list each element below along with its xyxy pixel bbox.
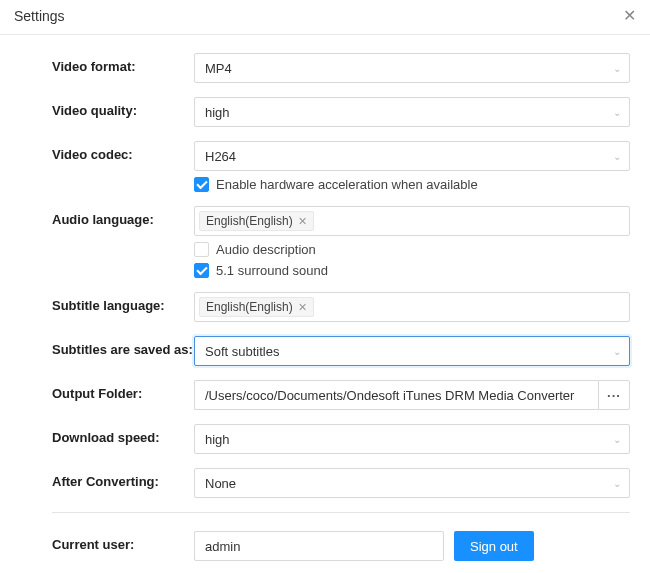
subtitle-language-tag: English(English) ✕ [199, 297, 314, 317]
audio-language-label: Audio language: [52, 206, 194, 227]
video-codec-label: Video codec: [52, 141, 194, 162]
hardware-accel-checkbox[interactable] [194, 177, 209, 192]
output-folder-label: Output Folder: [52, 380, 194, 401]
chevron-down-icon: ⌄ [613, 63, 621, 74]
subtitle-language-label: Subtitle language: [52, 292, 194, 313]
after-converting-value: None [205, 476, 236, 491]
remove-tag-icon[interactable]: ✕ [298, 301, 307, 314]
current-user-label: Current user: [52, 531, 194, 552]
download-speed-label: Download speed: [52, 424, 194, 445]
video-codec-select[interactable]: H264 ⌄ [194, 141, 630, 171]
after-converting-select[interactable]: None ⌄ [194, 468, 630, 498]
subtitles-saved-label: Subtitles are saved as: [52, 336, 194, 357]
sign-out-button[interactable]: Sign out [454, 531, 534, 561]
current-user-input[interactable]: admin [194, 531, 444, 561]
section-divider [52, 512, 630, 513]
subtitle-language-input[interactable]: English(English) ✕ [194, 292, 630, 322]
browse-button[interactable]: ··· [598, 380, 630, 410]
close-icon[interactable]: ✕ [623, 8, 636, 24]
chevron-down-icon: ⌄ [613, 434, 621, 445]
subtitles-saved-value: Soft subtitles [205, 344, 279, 359]
video-codec-value: H264 [205, 149, 236, 164]
video-format-select[interactable]: MP4 ⌄ [194, 53, 630, 83]
surround-sound-checkbox[interactable] [194, 263, 209, 278]
page-title: Settings [14, 8, 65, 24]
audio-description-label: Audio description [216, 242, 316, 257]
download-speed-value: high [205, 432, 230, 447]
audio-language-input[interactable]: English(English) ✕ [194, 206, 630, 236]
after-converting-label: After Converting: [52, 468, 194, 489]
output-folder-input[interactable]: /Users/coco/Documents/Ondesoft iTunes DR… [194, 380, 598, 410]
chevron-down-icon: ⌄ [613, 151, 621, 162]
video-format-label: Video format: [52, 53, 194, 74]
video-quality-value: high [205, 105, 230, 120]
hardware-accel-label: Enable hardware acceleration when availa… [216, 177, 478, 192]
audio-description-checkbox[interactable] [194, 242, 209, 257]
video-format-value: MP4 [205, 61, 232, 76]
subtitles-saved-select[interactable]: Soft subtitles ⌄ [194, 336, 630, 366]
video-quality-label: Video quality: [52, 97, 194, 118]
audio-language-tag-text: English(English) [206, 214, 293, 228]
subtitle-language-tag-text: English(English) [206, 300, 293, 314]
chevron-down-icon: ⌄ [613, 478, 621, 489]
audio-language-tag: English(English) ✕ [199, 211, 314, 231]
surround-sound-label: 5.1 surround sound [216, 263, 328, 278]
remove-tag-icon[interactable]: ✕ [298, 215, 307, 228]
download-speed-select[interactable]: high ⌄ [194, 424, 630, 454]
chevron-down-icon: ⌄ [613, 107, 621, 118]
chevron-down-icon: ⌄ [613, 346, 621, 357]
video-quality-select[interactable]: high ⌄ [194, 97, 630, 127]
